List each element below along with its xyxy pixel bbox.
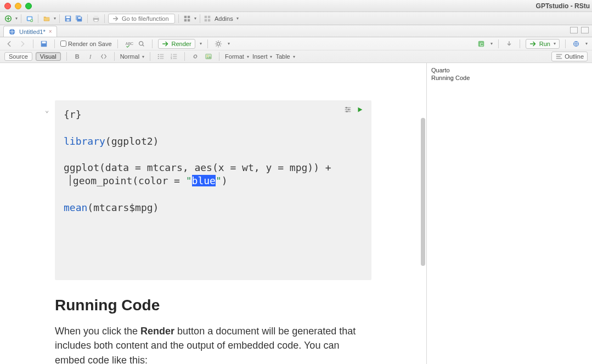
print-button[interactable] [91, 15, 101, 22]
run-menu-button[interactable]: Run ▾ [526, 39, 560, 49]
code-line-3: geom_point(color = "blue") [64, 174, 363, 187]
outline-item-quarto[interactable]: Quarto [431, 66, 588, 74]
svg-rect-9 [78, 17, 81, 19]
new-file-button[interactable] [3, 15, 13, 22]
publish-dropdown[interactable]: ▾ [585, 41, 588, 46]
render-arrow-icon [162, 40, 170, 48]
code-line-4: mean(mtcars$mpg) [64, 201, 363, 214]
svg-rect-19 [205, 19, 207, 21]
svg-point-43 [207, 55, 208, 56]
text-cursor [70, 175, 71, 186]
render-button[interactable]: Render [158, 39, 195, 49]
editor-pane[interactable]: ⌄ {r} library(ggplot2) ggplot(data = mtc… [0, 63, 426, 364]
save-all-button[interactable] [74, 15, 84, 22]
svg-point-34 [158, 58, 159, 59]
goto-icon [112, 15, 120, 22]
save-button[interactable] [63, 15, 73, 22]
grid-dropdown[interactable]: ▾ [194, 16, 196, 21]
svg-point-32 [158, 56, 159, 57]
quarto-file-icon [8, 28, 16, 36]
link-button[interactable] [190, 53, 200, 60]
pane-min-button[interactable] [570, 27, 578, 33]
scroll-thumb[interactable] [421, 118, 425, 266]
code-line-1: library(ggplot2) [64, 135, 363, 148]
insert-menu[interactable]: Insert▾ [252, 53, 273, 60]
code-button[interactable] [99, 53, 109, 60]
go-to-file-input[interactable] [108, 14, 175, 24]
new-file-dropdown[interactable]: ▾ [15, 16, 18, 21]
addins-icon [204, 15, 211, 22]
svg-rect-14 [188, 15, 190, 18]
svg-rect-12 [94, 19, 98, 21]
insert-chunk-button[interactable]: C [476, 40, 486, 48]
settings-gear-button[interactable] [213, 40, 223, 48]
svg-rect-35 [160, 58, 163, 59]
insert-chunk-dropdown[interactable]: ▾ [490, 41, 493, 46]
titlebar: GPTstudio - RStu [0, 0, 592, 12]
run-arrow-icon [529, 40, 537, 48]
outline-toggle-button[interactable]: Outline [551, 52, 588, 61]
code-chunk[interactable]: ⌄ {r} library(ggplot2) ggplot(data = mtc… [55, 100, 371, 280]
maximize-window-button[interactable] [25, 3, 32, 9]
chunk-controls [344, 106, 364, 113]
open-file-button[interactable] [42, 15, 52, 22]
open-recent-dropdown[interactable]: ▾ [54, 16, 56, 21]
visual-mode-button[interactable]: Visual [36, 52, 61, 61]
svg-point-25 [139, 41, 143, 45]
svg-point-51 [348, 109, 349, 111]
editor-scrollbar[interactable] [419, 63, 426, 364]
italic-button[interactable]: I [86, 52, 95, 61]
settings-dropdown[interactable]: ▾ [228, 41, 230, 46]
svg-rect-23 [42, 41, 46, 43]
spellcheck-button[interactable]: ABC [123, 40, 133, 48]
table-menu[interactable]: Table▾ [275, 53, 295, 60]
svg-point-26 [217, 42, 219, 45]
addins-menu[interactable]: Addins ▾ [215, 15, 239, 22]
svg-rect-17 [205, 15, 207, 18]
close-window-button[interactable] [4, 3, 11, 9]
addins-label: Addins [215, 15, 233, 22]
code-line-2: ggplot(data = mtcars, aes(x = wt, y = mp… [64, 161, 363, 174]
find-button[interactable] [137, 40, 146, 48]
selected-text: blue [192, 175, 216, 186]
run-prev-button[interactable] [504, 40, 514, 48]
grid-icon[interactable] [182, 15, 192, 22]
go-to-file-field[interactable] [122, 15, 171, 22]
forward-button[interactable] [18, 40, 27, 48]
svg-rect-5 [66, 16, 70, 18]
image-button[interactable] [204, 53, 213, 60]
main-toolbar: ▾ ▾ ▾ Addins ▾ [0, 12, 592, 25]
heading-running-code: Running Code [55, 297, 371, 314]
minimize-window-button[interactable] [15, 3, 21, 9]
format-menu[interactable]: Format▾ [225, 53, 249, 60]
bullet-list-button[interactable] [156, 53, 166, 60]
chunk-settings-icon[interactable] [344, 106, 352, 113]
svg-rect-16 [188, 19, 190, 21]
pane-max-button[interactable] [581, 27, 589, 33]
publish-button[interactable] [571, 40, 581, 48]
pane-controls [570, 27, 589, 33]
svg-rect-45 [556, 56, 561, 57]
numbered-list-button[interactable]: 123 [169, 53, 179, 60]
outline-item-running-code[interactable]: Running Code [431, 74, 588, 82]
render-on-save-label: Render on Save [68, 41, 112, 47]
source-mode-button[interactable]: Source [4, 52, 32, 61]
document-tab-active[interactable]: Untitled1* × [3, 26, 57, 37]
svg-rect-15 [184, 19, 187, 21]
new-project-button[interactable] [25, 15, 35, 22]
render-dropdown[interactable]: ▾ [200, 41, 202, 46]
svg-point-30 [158, 54, 159, 55]
outline-icon [555, 53, 563, 60]
run-chunk-button[interactable] [356, 106, 364, 113]
chunk-collapse-caret[interactable]: ⌄ [45, 106, 49, 115]
save-doc-button[interactable] [39, 40, 49, 48]
bold-button[interactable]: B [72, 52, 82, 61]
body-paragraph: When you click the Render button a docum… [55, 324, 368, 364]
render-on-save-checkbox[interactable]: Render on Save [60, 41, 112, 47]
svg-rect-44 [556, 54, 562, 55]
back-button[interactable] [4, 40, 14, 48]
style-label: Normal [120, 53, 139, 60]
tab-close-button[interactable]: × [49, 29, 52, 35]
style-dropdown[interactable]: Normal ▾ [120, 53, 144, 60]
render-label: Render [172, 41, 191, 47]
